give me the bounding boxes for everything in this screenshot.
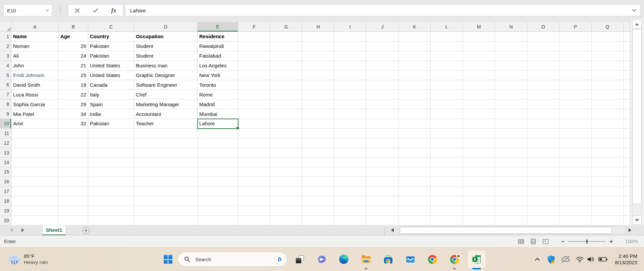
cell-D16[interactable]	[134, 177, 198, 187]
cell-E20[interactable]	[198, 216, 238, 225]
row-header-6[interactable]: 6	[0, 80, 11, 90]
scrollbar-resize-grip[interactable]	[384, 227, 385, 236]
cell-G4[interactable]	[270, 61, 302, 71]
cell-K1[interactable]	[399, 32, 431, 42]
cell-M6[interactable]	[463, 80, 495, 90]
cell-N5[interactable]	[495, 71, 527, 80]
cell-F16[interactable]	[238, 177, 270, 187]
cell-O17[interactable]	[527, 187, 559, 196]
cell-C7[interactable]: Italy	[88, 90, 134, 99]
cell-F18[interactable]	[238, 196, 270, 206]
cell-O19[interactable]	[527, 206, 559, 216]
cell-D4[interactable]: Business man	[134, 61, 198, 71]
cell-C9[interactable]: India	[88, 109, 134, 119]
cell-K9[interactable]	[399, 109, 431, 119]
task-view-button[interactable]	[288, 248, 311, 271]
zoom-in-button[interactable]	[609, 240, 613, 244]
cell-F14[interactable]	[238, 158, 270, 167]
cell-N2[interactable]	[495, 42, 527, 51]
cell-K19[interactable]	[399, 206, 431, 216]
column-header-I[interactable]: I	[334, 22, 366, 32]
cell-C6[interactable]: Canada	[88, 80, 134, 90]
cell-H3[interactable]	[302, 51, 334, 61]
cell-J13[interactable]	[366, 148, 399, 158]
cell-J18[interactable]	[366, 196, 399, 206]
cell-B17[interactable]	[59, 187, 88, 196]
cell-B20[interactable]	[59, 216, 88, 225]
column-header-Q[interactable]: Q	[592, 22, 624, 32]
row-header-4[interactable]: 4	[0, 61, 11, 71]
insert-function-button[interactable]: fx	[111, 7, 116, 14]
name-box[interactable]: E10	[3, 4, 52, 16]
cell-K15[interactable]	[399, 167, 431, 177]
cell-C10[interactable]: Pakistan	[88, 119, 134, 129]
cell-I7[interactable]	[334, 90, 366, 99]
cell-J15[interactable]	[366, 167, 399, 177]
cell-M15[interactable]	[463, 167, 495, 177]
formula-bar[interactable]: Lahore	[125, 4, 641, 16]
cell-P12[interactable]	[559, 138, 592, 148]
cell-L11[interactable]	[431, 129, 463, 138]
column-header-J[interactable]: J	[366, 22, 399, 32]
cell-M1[interactable]	[463, 32, 495, 42]
cell-B1[interactable]: Age	[59, 32, 88, 42]
cell-H10[interactable]	[302, 119, 334, 129]
cell-P20[interactable]	[559, 216, 592, 225]
row-header-17[interactable]: 17	[0, 187, 11, 196]
cell-J9[interactable]	[366, 109, 399, 119]
cell-I3[interactable]	[334, 51, 366, 61]
cell-A13[interactable]	[11, 148, 59, 158]
cell-J19[interactable]	[366, 206, 399, 216]
cell-A1[interactable]: Name	[11, 32, 59, 42]
column-header-K[interactable]: K	[399, 22, 431, 32]
cell-Q19[interactable]	[592, 206, 624, 216]
cell-A19[interactable]	[11, 206, 59, 216]
cell-L9[interactable]	[431, 109, 463, 119]
cell-Q4[interactable]	[592, 61, 624, 71]
cell-A9[interactable]: Mia Patel	[11, 109, 59, 119]
cell-G13[interactable]	[270, 148, 302, 158]
cell-N11[interactable]	[495, 129, 527, 138]
excel-button[interactable]: X	[466, 248, 488, 271]
cell-L3[interactable]	[431, 51, 463, 61]
cell-B12[interactable]	[59, 138, 88, 148]
cell-E4[interactable]: Los Angeles	[198, 61, 238, 71]
cell-H16[interactable]	[302, 177, 334, 187]
cell-F17[interactable]	[238, 187, 270, 196]
row-header-8[interactable]: 8	[0, 99, 11, 109]
cell-D11[interactable]	[134, 129, 198, 138]
cell-I8[interactable]	[334, 99, 366, 109]
cell-D3[interactable]: Student	[134, 51, 198, 61]
cell-M20[interactable]	[463, 216, 495, 225]
cell-N17[interactable]	[495, 187, 527, 196]
cell-E2[interactable]: Rawalpindi	[198, 42, 238, 51]
cell-P3[interactable]	[559, 51, 592, 61]
cell-I2[interactable]	[334, 42, 366, 51]
cell-L20[interactable]	[431, 216, 463, 225]
cell-B6[interactable]: 18	[59, 80, 88, 90]
cell-F9[interactable]	[238, 109, 270, 119]
cell-M14[interactable]	[463, 158, 495, 167]
row-header-10[interactable]: 10	[0, 119, 11, 129]
cell-J10[interactable]	[366, 119, 399, 129]
cell-D2[interactable]: Student	[134, 42, 198, 51]
cell-F2[interactable]	[238, 42, 270, 51]
cell-P14[interactable]	[559, 158, 592, 167]
cell-C16[interactable]	[88, 177, 134, 187]
cell-O13[interactable]	[527, 148, 559, 158]
cell-O10[interactable]	[527, 119, 559, 129]
cell-B11[interactable]	[59, 129, 88, 138]
cell-N20[interactable]	[495, 216, 527, 225]
microsoft-store-button[interactable]	[377, 248, 399, 271]
cell-E14[interactable]	[198, 158, 238, 167]
cell-E1[interactable]: Residence	[198, 32, 238, 42]
cell-P11[interactable]	[559, 129, 592, 138]
cell-E15[interactable]	[198, 167, 238, 177]
cell-N1[interactable]	[495, 32, 527, 42]
cell-P5[interactable]	[559, 71, 592, 80]
zoom-out-button[interactable]	[561, 240, 565, 244]
cell-B19[interactable]	[59, 206, 88, 216]
cell-B2[interactable]: 20	[59, 42, 88, 51]
cell-M7[interactable]	[463, 90, 495, 99]
cell-O5[interactable]	[527, 71, 559, 80]
